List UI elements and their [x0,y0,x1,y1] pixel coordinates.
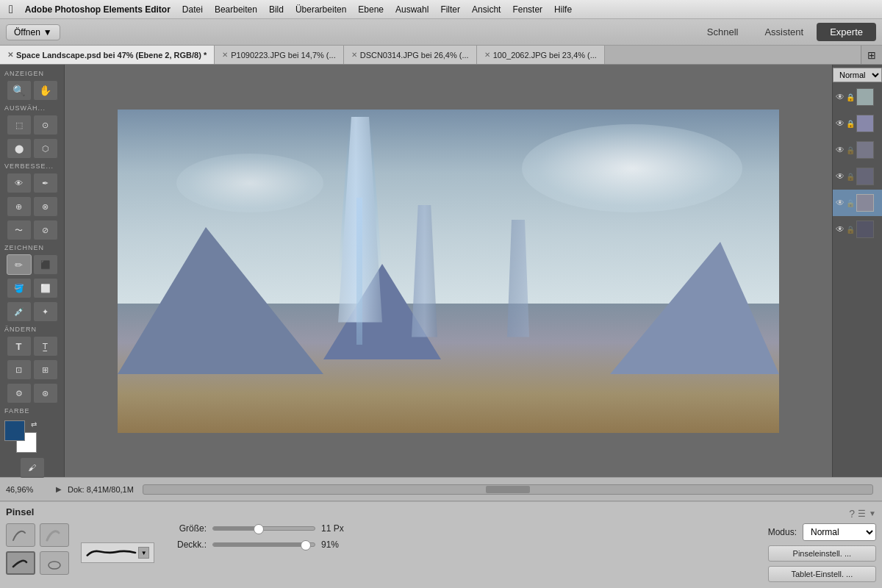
cloud-1 [522,124,742,212]
lock-icon: 🔒 [846,93,855,101]
layer-row-1[interactable]: 👁 🔒 [833,110,882,137]
eye-icon[interactable]: 👁 [836,198,845,208]
eye-icon[interactable]: 👁 [836,118,845,129]
tablet-button[interactable]: Tablet-Einstell. ... [768,566,876,582]
eye-icon[interactable]: 👁 [836,171,845,182]
retouch-tool[interactable]: ⊛ [33,383,58,404]
doc-tab-2[interactable]: ✕ DSCN0314.JPG bei 26,4% (... [344,46,477,64]
pinseleinstell-button[interactable]: Pinseleinstell. ... [768,545,876,562]
doc-tab-label-1: P1090223.JPG bei 14,7% (... [231,51,335,60]
crop-tool[interactable]: ⊡ [7,359,32,380]
modus-dropdown[interactable]: Normal [803,523,876,541]
layer-row-3[interactable]: 👁 🔒 [833,163,882,190]
deckk-value: 91% [321,539,347,550]
close-icon[interactable]: ✕ [7,51,13,59]
eye-icon[interactable]: 👁 [836,92,845,102]
mountain-right [610,242,779,374]
tab-assistent[interactable]: Assistent [751,23,817,41]
foreground-color-box[interactable] [4,420,25,441]
close-icon[interactable]: ✕ [351,51,357,59]
eye-icon[interactable]: 👁 [836,145,845,155]
doc-tab-0[interactable]: ✕ Space Landscape.psd bei 47% (Ebene 2, … [0,46,215,64]
brush-preset-4[interactable] [40,551,69,575]
close-icon[interactable]: ✕ [484,51,490,59]
eye-tool[interactable]: 👁 [7,173,32,193]
paint-tool[interactable]: 🖌 [20,457,45,478]
brush-dropdown-arrow-icon[interactable]: ▼ [138,547,149,559]
groesse-slider[interactable] [212,526,315,531]
menu-item-hilfe[interactable]: Hilfe [548,3,578,16]
select-rect-tool[interactable]: ⬚ [7,115,32,135]
layer-thumb-1 [856,115,874,132]
stamp-tool[interactable]: ✒ [33,173,58,193]
apple-menu[interactable]:  [3,3,19,16]
shape-tool[interactable]: ⬜ [33,278,58,298]
recomp-tool[interactable]: ⚙ [7,383,32,404]
status-bar: 46,96% ▶ Dok: 8,41M/80,1M [0,477,882,501]
heal-tool[interactable]: ⊕ [7,196,32,217]
smudge-tool[interactable]: 〜 [7,220,32,240]
brush-tool[interactable]: ✏ [7,254,32,275]
tab-schnell[interactable]: Schnell [694,23,752,41]
menu-item-auswahl[interactable]: Auswahl [390,3,434,16]
main-area: ANZEIGEN 🔍 ✋ AUSWÄH... ⬚ ⊙ ⬤ ⬡ VERBESSE.… [0,65,882,477]
help-icon[interactable]: ? [849,508,855,520]
brush-preset-1[interactable] [6,523,35,547]
doc-tab-1[interactable]: ✕ P1090223.JPG bei 14,7% (... [215,46,343,64]
expand-icon[interactable]: ▼ [869,509,876,517]
zoom-tool[interactable]: 🔍 [7,80,32,101]
eye-icon[interactable]: 👁 [836,224,845,234]
horizontal-scrollbar[interactable] [143,484,873,495]
layers-panel-icon[interactable]: ⊞ [861,46,882,64]
progress-arrow-icon[interactable]: ▶ [56,485,62,493]
menu-item-datei[interactable]: Datei [176,3,209,16]
doc-size: Dok: 8,41M/80,1M [68,485,134,494]
brush-preset-3[interactable] [6,551,35,575]
layer-row-2[interactable]: 👁 🔒 [833,137,882,163]
canvas-image[interactable] [118,110,779,433]
select-mask-tool[interactable]: ⬡ [33,138,58,159]
swap-colors-icon[interactable]: ⇄ [31,420,37,429]
select-lasso-tool[interactable]: ⊙ [33,115,58,135]
deckk-slider[interactable] [212,542,315,547]
menu-item-bild[interactable]: Bild [263,3,290,16]
mountain-left [118,227,323,374]
anzeigen-label: ANZEIGEN [0,68,64,79]
layer-thumb-2 [856,141,874,159]
close-icon[interactable]: ✕ [222,51,228,59]
doc-tab-3[interactable]: ✕ 100_2062.JPG bei 23,4% (... [477,46,605,64]
menu-item-filter[interactable]: Filter [434,3,466,16]
menu-item-fenster[interactable]: Fenster [506,3,548,16]
star-tool[interactable]: ✦ [33,301,58,322]
layer-row-0[interactable]: 👁 🔒 [833,84,882,110]
blur-tool[interactable]: ⊗ [33,196,58,217]
zeichnen-label: ZEICHNEN [0,242,64,253]
scroll-thumb[interactable] [486,486,530,493]
brush-preset-2[interactable] [40,523,69,547]
perspective-tool[interactable]: ⊞ [33,359,58,380]
magic-wand-tool[interactable]: ⬤ [7,138,32,159]
menu-item-ueberarbeiten[interactable]: Überarbeiten [290,3,352,16]
eyedropper-tool[interactable]: 💉 [7,301,32,322]
hand-tool[interactable]: ✋ [33,80,58,101]
blend-mode-dropdown[interactable]: Normal [833,68,882,82]
sharpen-tool[interactable]: ⊘ [33,220,58,240]
color-selector[interactable]: ⇄ [4,420,37,453]
tab-experte[interactable]: Experte [817,23,876,41]
open-button[interactable]: Öffnen ▼ [6,24,60,40]
lock-icon: 🔒 [846,173,855,181]
tool-options-panel: Pinsel ? ☰ ▼ [0,501,882,588]
layer-row-5[interactable]: 👁 🔒 [833,216,882,243]
type-sub-tool[interactable]: T̲ [33,336,58,356]
menu-item-bearbeiten[interactable]: Bearbeiten [209,3,263,16]
layer-row-4[interactable]: 👁 🔒 [833,190,882,216]
list-icon[interactable]: ☰ [858,509,866,519]
menu-item-ebene[interactable]: Ebene [352,3,390,16]
menu-item-ansicht[interactable]: Ansicht [466,3,506,16]
fill-tool[interactable]: 🪣 [7,278,32,298]
type-tool[interactable]: T [7,336,32,356]
layer-thumb-0 [856,88,874,106]
tool-options-title: Pinsel [6,506,34,517]
svg-point-0 [49,562,60,569]
eraser-tool[interactable]: ⬛ [33,254,58,275]
